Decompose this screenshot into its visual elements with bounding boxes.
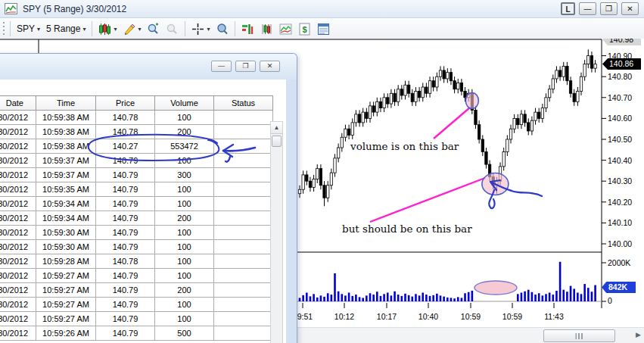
table-row[interactable]: 3/30/201210:59:30 AM140.79100 [0,226,273,240]
table-row[interactable]: 3/30/201210:59:28 AM140.78100 [0,254,273,269]
quote-panel-icon [317,23,330,36]
crosshair-tool-button[interactable]: ▾ [188,21,213,37]
cell: 3/30/2012 [0,182,36,197]
market-depth-button[interactable] [238,21,257,37]
cell: 10:59:27 AM [36,298,96,312]
cell [214,269,273,283]
restore-button[interactable]: ❐ [600,2,618,15]
line-chart-button[interactable] [276,21,295,37]
toolbar-grip-handle[interactable] [2,22,7,36]
column-header-date[interactable]: Date [0,96,36,111]
cell: 500 [155,326,214,341]
cell: 3/30/2012 [0,312,36,326]
symbol-dropdown[interactable]: SPY ▾ [14,22,43,36]
close-button[interactable]: ✕ [621,2,639,15]
column-header-time[interactable]: Time [36,96,96,111]
cell: 100 [155,240,214,254]
tns-scrollbar-thumb[interactable] [272,136,282,147]
cell: 140.79 [96,269,155,283]
cell: 10:59:26 AM [36,326,96,341]
chart-plot-area[interactable] [297,39,602,301]
chart-style-button[interactable]: ▾ [95,21,120,37]
cell: 140.27 [96,139,155,154]
cell: 3/30/2012 [0,125,36,139]
time-axis-label: 10:12 [334,312,354,321]
tns-vertical-scrollbar[interactable]: ▲ [270,121,283,343]
price-axis-label: 140.00 [608,239,632,248]
cell: 3/30/2012 [0,139,36,154]
cell [214,298,273,312]
time-and-sales-window: — ❐ ✕ DateTimePriceVolumeStatus 3/30/201… [0,53,297,343]
cell: 10:59:38 AM [36,139,96,154]
cell: 140.79 [96,326,155,341]
table-row[interactable]: 3/30/201210:59:38 AM140.78200 [0,125,273,139]
table-row[interactable]: 3/30/201210:59:34 AM140.79200 [0,211,273,226]
time-and-sales-table: DateTimePriceVolumeStatus 3/30/201210:59… [0,95,273,341]
cell [214,182,273,197]
cell: 200 [155,125,214,139]
line-chart-icon [279,23,292,36]
cell: 100 [155,197,214,211]
cell [214,197,273,211]
scrollbar-thumb[interactable] [543,329,615,342]
minimize-button[interactable]: — [579,2,596,15]
table-row[interactable]: 3/30/201210:59:27 AM140.79200 [0,283,273,298]
main-titlebar[interactable]: SPY (5 Range) 3/30/2012 L — ❐ ✕ [0,0,644,18]
annotation-should-be-on-this-bar[interactable]: but should be on this bar [342,223,472,235]
cell: 140.79 [96,312,155,326]
cell: 3/30/2012 [0,298,36,312]
tns-titlebar[interactable]: — ❐ ✕ [0,54,297,80]
cell: 3/30/2012 [0,283,36,298]
magnify-region-button[interactable] [213,21,232,37]
scroll-up-arrow-icon[interactable]: ▲ [271,122,282,134]
tns-minimize-button[interactable]: — [211,61,232,72]
table-row[interactable]: 3/30/201210:59:34 AM140.79100 [0,197,273,211]
period-dropdown[interactable]: 5 Range ▾ [43,22,89,36]
chart-window-icon [5,3,17,14]
draw-tool-button[interactable]: ▾ [120,21,144,37]
table-row[interactable]: 3/30/201210:59:38 AM140.27553472 [0,139,273,154]
chart-bars-button[interactable] [257,21,276,37]
table-row[interactable]: 3/30/201210:59:37 AM140.79100 [0,154,273,168]
cell: 100 [155,111,214,125]
chevron-down-icon: ▾ [207,26,210,33]
scroll-right-arrow-icon[interactable]: ▶ [636,331,641,338]
cell: 10:59:38 AM [36,125,96,139]
table-row[interactable]: 3/30/201210:59:27 AM140.79100 [0,269,273,283]
time-axis-label: 10:59 [502,312,522,321]
cell: 100 [155,254,214,269]
price-axis-label: 140.10 [608,218,632,227]
chart-bars-icon [260,23,273,36]
link-button[interactable]: L [561,2,575,15]
tns-close-button[interactable]: ✕ [260,61,280,72]
tns-restore-button[interactable]: ❐ [235,61,256,72]
last-volume-tag: 842K [602,282,636,293]
table-row[interactable]: 3/30/201210:59:35 AM140.79100 [0,182,273,197]
zoom-in-button[interactable] [144,21,163,37]
chevron-down-icon: ▾ [82,26,86,33]
toolbar-separator [92,21,92,36]
column-header-price[interactable]: Price [96,96,155,111]
cell: 100 [155,154,214,168]
table-row[interactable]: 3/30/201210:59:38 AM140.78100 [0,111,273,125]
cell [214,326,273,341]
table-row[interactable]: 3/30/201210:59:30 AM140.79100 [0,240,273,254]
table-row[interactable]: 3/30/201210:59:26 AM140.79500 [0,326,273,341]
cell: 200 [155,283,214,298]
column-header-volume[interactable]: Volume [155,96,214,111]
chevron-down-icon: ▾ [37,26,40,33]
time-axis-label: 10:59 [461,312,481,321]
annotation-volume-on-this-bar[interactable]: volume is on this bar [350,140,459,152]
table-row[interactable]: 3/30/201210:59:27 AM140.79100 [0,298,273,312]
dollar-panel-button[interactable]: $ [295,21,314,37]
column-header-status[interactable]: Status [214,96,273,111]
cell: 10:59:34 AM [36,197,96,211]
table-row[interactable]: 3/30/201210:59:27 AM140.79100 [0,312,273,326]
cell: 3/30/2012 [0,211,36,226]
scrollbar-grip-icon [575,333,583,339]
quote-panel-button[interactable] [314,21,333,37]
table-row[interactable]: 3/30/201210:59:37 AM140.79300 [0,168,273,182]
cell: 3/30/2012 [0,326,36,341]
cell: 140.79 [96,154,155,168]
zoom-out-button[interactable] [163,21,182,37]
